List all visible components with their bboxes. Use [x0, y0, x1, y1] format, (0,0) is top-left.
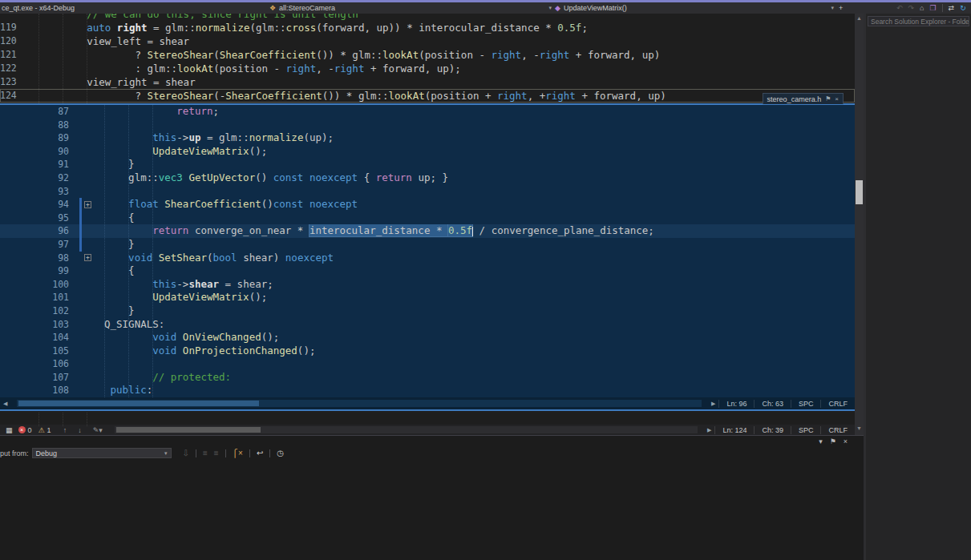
editor-horizontal-scrollbar[interactable]: [115, 426, 698, 433]
code-text: }: [104, 238, 855, 252]
code-line[interactable]: 108 public:: [0, 384, 855, 397]
code-text: : glm::lookAt(position - right, -right +…: [38, 62, 855, 75]
refresh-icon[interactable]: ↻: [960, 4, 966, 12]
peek-definition-tab[interactable]: stereo_camera.h ⚑ ×: [763, 93, 844, 104]
code-line[interactable]: 104 void OnViewChanged();: [0, 331, 855, 344]
output-source-dropdown[interactable]: Debug ▾: [32, 448, 172, 458]
fold-margin: [77, 331, 104, 344]
scroll-right-icon[interactable]: ▶: [708, 401, 718, 407]
code-text: this->up = glm::normalize(up);: [104, 131, 855, 145]
code-line[interactable]: 119 auto right = glm::normalize(glm::cro…: [0, 21, 855, 34]
line-number: 99: [0, 264, 77, 278]
line-number: 123: [0, 75, 18, 89]
code-line[interactable]: 97 }: [0, 238, 855, 252]
next-message-icon[interactable]: ≡: [214, 449, 219, 457]
code-line[interactable]: 106: [0, 357, 855, 371]
code-line[interactable]: 107 // protected:: [0, 371, 855, 385]
peek-horizontal-scrollbar[interactable]: [17, 400, 702, 407]
code-text: view_right = shear: [38, 75, 855, 89]
timestamp-icon[interactable]: ◷: [277, 449, 284, 457]
code-line[interactable]: 120 view_left = shear: [0, 34, 855, 48]
editor-vertical-scrollbar[interactable]: ▲ ▼: [855, 14, 864, 435]
code-line[interactable]: // we can do this, since right is unit l…: [0, 14, 855, 21]
code-line[interactable]: 98+ void SetShear(bool shear) noexcept: [0, 252, 855, 265]
code-editor[interactable]: // we can do this, since right is unit l…: [0, 14, 855, 435]
forward-icon[interactable]: ↷: [908, 4, 915, 12]
code-line[interactable]: 87 return;: [0, 105, 855, 119]
line-number: 122: [0, 62, 18, 75]
fold-margin: [77, 105, 104, 119]
sync-active-document-icon[interactable]: ⇄: [949, 4, 955, 12]
fold-margin: +: [77, 198, 104, 212]
code-line[interactable]: 95 {: [0, 212, 855, 225]
code-line[interactable]: 100 this->shear = shear;: [0, 278, 855, 292]
previous-message-icon[interactable]: ≡: [203, 449, 208, 457]
code-text: ? StereoShear(ShearCoefficient()) * glm:…: [38, 48, 855, 62]
next-issue-icon[interactable]: ↓: [72, 426, 87, 434]
close-icon[interactable]: ×: [844, 437, 848, 445]
indent-indicator[interactable]: SPC: [791, 426, 821, 434]
fold-margin: [18, 14, 38, 21]
home-icon[interactable]: ⌂: [920, 4, 924, 12]
eol-indicator[interactable]: CRLF: [820, 426, 855, 434]
scroll-down-icon[interactable]: ▼: [855, 425, 864, 431]
error-count[interactable]: 0: [26, 426, 38, 434]
code-line[interactable]: 92 glm::vec3 GetUpVector() const noexcep…: [0, 171, 855, 185]
output-titlebar: ▾ ⚑ ×: [0, 436, 864, 446]
scroll-right-icon[interactable]: ▶: [704, 427, 714, 433]
code-line[interactable]: 93: [0, 185, 855, 199]
previous-issue-icon[interactable]: ↑: [58, 426, 73, 434]
scrollbar-thumb[interactable]: [856, 180, 863, 204]
code-line[interactable]: 122 : glm::lookAt(position - right, -rig…: [0, 62, 855, 75]
output-source-value: Debug: [36, 449, 58, 457]
code-line[interactable]: 102 }: [0, 304, 855, 318]
split-editor-button[interactable]: +: [839, 2, 843, 14]
code-line[interactable]: 121 ? StereoShear(ShearCoefficient()) * …: [0, 48, 855, 62]
code-line[interactable]: 88: [0, 119, 855, 132]
code-line[interactable]: 89 this->up = glm::normalize(up);: [0, 131, 855, 145]
nav-scope-dropdown[interactable]: ❖ all:StereoCamera ▾: [269, 2, 552, 14]
filter-brush-icon[interactable]: ✎▾: [87, 426, 108, 434]
close-icon[interactable]: ×: [835, 95, 839, 103]
nav-member-dropdown[interactable]: ◆ UpdateViewMatrix() ▾: [555, 2, 834, 14]
code-line[interactable]: 101 UpdateViewMatrix();: [0, 291, 855, 304]
code-text: public:: [104, 384, 855, 397]
fold-toggle-icon[interactable]: +: [84, 201, 91, 208]
debug-target-dropdown[interactable]: ce_qt.exe - x64-Debug: [2, 2, 75, 14]
line-number: [0, 14, 18, 21]
code-line[interactable]: 105 void OnProjectionChanged();: [0, 344, 855, 358]
peek-definition-window[interactable]: 87 return;8889 this->up = glm::normalize…: [0, 103, 855, 411]
peek-eol-indicator[interactable]: CRLF: [820, 400, 855, 408]
scrollbar-thumb[interactable]: [116, 427, 261, 433]
window-position-icon[interactable]: ▾: [819, 437, 823, 445]
scroll-up-icon[interactable]: ▲: [855, 15, 864, 21]
peek-indent-indicator[interactable]: SPC: [791, 400, 821, 408]
code-line[interactable]: 103Q_SIGNALS:: [0, 318, 855, 332]
code-line[interactable]: 94+ float ShearCoefficient()const noexce…: [0, 198, 855, 212]
scrollbar-thumb[interactable]: [18, 401, 259, 406]
code-text: this->shear = shear;: [104, 278, 855, 292]
line-number: 96: [0, 224, 77, 238]
code-line[interactable]: 123 view_right = shear: [0, 75, 855, 89]
goto-message-icon[interactable]: ⇩: [183, 449, 189, 457]
line-number: 88: [0, 119, 77, 132]
output-text-area[interactable]: [2, 460, 860, 560]
fold-toggle-icon[interactable]: +: [84, 254, 91, 261]
pin-icon[interactable]: ⚑: [825, 95, 831, 103]
scroll-left-icon[interactable]: ◀: [0, 401, 10, 407]
word-wrap-icon[interactable]: ↩: [257, 449, 263, 457]
code-line[interactable]: 90 UpdateViewMatrix();: [0, 145, 855, 159]
code-line[interactable]: 91 }: [0, 158, 855, 171]
code-line[interactable]: 96 return converge_on_near * interocular…: [0, 224, 855, 238]
pin-icon[interactable]: ⚑: [830, 437, 836, 445]
code-line[interactable]: 99 {: [0, 264, 855, 278]
chevron-down-icon: ▾: [831, 5, 834, 11]
clear-all-icon[interactable]: ⎧×: [233, 449, 243, 457]
back-icon[interactable]: ↶: [896, 4, 903, 12]
switch-views-icon[interactable]: ❐: [930, 4, 937, 12]
code-line[interactable]: 124 ? StereoShear(-ShearCoefficient()) *…: [0, 89, 855, 103]
grid-icon[interactable]: ▦: [0, 426, 18, 434]
warning-count[interactable]: 1: [45, 426, 58, 434]
code-text: UpdateViewMatrix();: [104, 291, 855, 304]
solution-explorer-search-input[interactable]: Search Solution Explorer - Folder View: [868, 16, 969, 26]
